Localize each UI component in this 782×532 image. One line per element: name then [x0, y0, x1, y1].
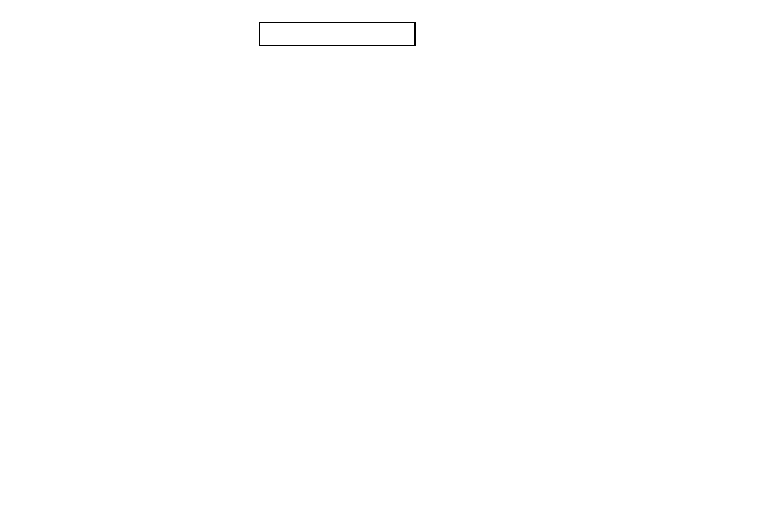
- line-fit-plot: [581, 21, 748, 130]
- weighted-sum-strip-frame: [259, 22, 416, 46]
- weighted-sum-2d-image: [260, 23, 414, 45]
- full-spectrum-plot: [45, 188, 733, 250]
- elixer-detection-report: [0, 0, 782, 532]
